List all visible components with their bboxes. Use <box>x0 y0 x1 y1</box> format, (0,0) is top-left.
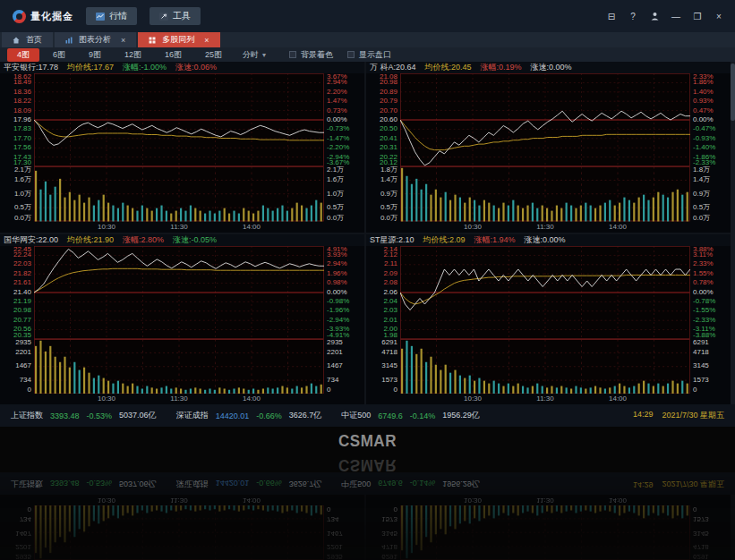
axis-label: 2.11 <box>384 260 397 267</box>
close-tab-icon[interactable]: × <box>201 36 209 45</box>
layout-button-16tu[interactable]: 16图 <box>155 48 192 62</box>
csmar-watermark-reflection: CSMAR <box>0 455 735 474</box>
axis-label: 0 <box>28 386 31 394</box>
app-window: 量化掘金 行情工具 ⊟?—❐× 首页图表分析×多股同列× 4图6图9图12图16… <box>0 472 735 560</box>
right-axis: 2.33%1.86%1.40%0.93%0.47%0.00%-0.47%-0.9… <box>690 73 731 233</box>
volume-axis-labels: 2.1万1.6万1.0万0.5万0.0万 <box>324 166 364 222</box>
left-axis: 18.6218.4918.3618.2218.0917.9617.8317.70… <box>0 73 34 233</box>
speed-label: 涨速:0.06% <box>175 62 217 73</box>
volume-pane-guohua-wangan[interactable] <box>34 339 324 395</box>
right-axis: 4.91%3.93%2.94%1.96%0.98%0.00%-0.98%-1.9… <box>324 495 364 560</box>
panel-icon[interactable]: ⊟ <box>601 7 622 25</box>
index-item: 深证成指14420.01-0.66%3626.7亿 <box>176 410 322 421</box>
menu-quotes[interactable]: 行情 <box>86 7 137 25</box>
maximize-button[interactable]: ❐ <box>687 7 708 25</box>
axis-label: 0.5万 <box>14 204 31 211</box>
tab-chart-analysis[interactable]: 图表分析× <box>55 32 136 47</box>
avg-price-label: 均价线:2.09 <box>423 234 466 246</box>
time-axis: 10:3011:3014:00 <box>34 495 324 505</box>
volume-pane-st-xingyuan[interactable] <box>400 339 690 395</box>
chart-grid: 平安银行:17.78均价线:17.67涨幅:-1.00%涨速:0.06%18.6… <box>0 62 731 404</box>
layout-button-25tu[interactable]: 25图 <box>195 48 232 62</box>
vertical-scrollbar[interactable] <box>731 62 735 404</box>
axis-label: 17.70 <box>13 135 31 142</box>
axis-label: 0.5万 <box>327 204 344 211</box>
time-tick: 10:30 <box>464 223 482 231</box>
volume-pane-vanke-a[interactable] <box>400 166 690 222</box>
scrollbar-thumb[interactable] <box>731 64 735 121</box>
index-name: 上证指数 <box>11 478 43 489</box>
toolbar-checkboxes: 背景着色显示盘口 <box>275 49 391 61</box>
checkbox-box[interactable] <box>289 51 296 58</box>
axis-label: 2201 <box>15 349 31 356</box>
axis-label: 17.96 <box>13 116 31 123</box>
axis-label: 18.09 <box>13 107 31 115</box>
left-axis: 2.142.122.112.092.082.062.042.032.012.00… <box>366 246 400 405</box>
index-change: -0.53% <box>87 479 113 488</box>
axis-label: 0.47% <box>693 107 714 115</box>
axis-label: 0.00% <box>693 289 714 296</box>
index-name: 深证成指 <box>176 410 209 421</box>
chart-header: 万 科A:20.64均价线:20.45涨幅:0.19%涨速:0.00% <box>366 62 731 73</box>
axis-label: 2935 <box>327 554 343 560</box>
minimize-button[interactable]: — <box>665 7 687 25</box>
volume-axis-labels: 62914718314515730 <box>366 505 400 560</box>
period-select[interactable]: 分时 <box>243 49 259 61</box>
price-pane-pingan-bank[interactable] <box>34 73 324 166</box>
axis-label: 0.9万 <box>693 191 710 198</box>
tab-label: 首页 <box>26 34 42 46</box>
volume-axis-labels: 2935220114677340 <box>0 339 34 395</box>
help-icon[interactable]: ? <box>622 7 644 25</box>
status-date: 2021/7/30 星期五 <box>662 478 724 489</box>
axis-label: 2.20% <box>327 89 347 96</box>
tab-multi-stock-grid[interactable]: 多股同列× <box>138 32 219 47</box>
speed-label: 涨速:-0.05% <box>173 234 217 246</box>
tab-home[interactable]: 首页 <box>2 32 53 47</box>
speed-label: 涨速:0.00% <box>525 234 566 246</box>
app-reflection: 量化掘金 行情工具 ⊟?—❐× 首页图表分析×多股同列× 4图6图9图12图16… <box>0 472 735 560</box>
axis-label: 0.93% <box>693 98 714 105</box>
axis-label: 6291 <box>693 554 709 560</box>
chevron-down-icon[interactable]: ▾ <box>262 51 266 59</box>
volume-axis-labels: 2935220114677340 <box>0 505 34 560</box>
axis-label: 2935 <box>327 339 343 346</box>
axis-label: 6291 <box>381 339 397 346</box>
index-amount: 3626.7亿 <box>289 478 322 489</box>
axis-label: 0 <box>327 505 330 513</box>
time-tick: 14:00 <box>609 395 627 403</box>
axis-label: 2.09 <box>383 270 397 277</box>
price-pane-vanke-a[interactable] <box>400 73 690 166</box>
layout-button-6tu[interactable]: 6图 <box>43 48 75 62</box>
speed-label: 涨速:0.00% <box>531 62 572 73</box>
axis-label: 20.60 <box>380 116 397 123</box>
axis-label: 0.98% <box>327 279 347 286</box>
layout-button-9tu[interactable]: 9图 <box>79 48 111 62</box>
right-axis: 3.88%3.11%2.33%1.55%0.78%0.00%-0.78%-1.5… <box>690 246 731 405</box>
checkbox-box[interactable] <box>347 51 355 58</box>
layout-button-12tu[interactable]: 12图 <box>115 48 151 62</box>
index-name: 中证500 <box>341 410 371 421</box>
close-tab-icon[interactable]: × <box>117 36 125 45</box>
menu-tools[interactable]: 工具 <box>150 7 201 25</box>
price-pane-st-xingyuan[interactable] <box>400 246 690 339</box>
price-pane-guohua-wangan[interactable] <box>34 246 324 339</box>
time-tick: 10:30 <box>464 496 482 505</box>
axis-label: 1467 <box>15 362 31 369</box>
close-button[interactable]: × <box>708 7 730 25</box>
checkbox-show-orderbook[interactable]: 显示盘口 <box>347 49 391 61</box>
time-tick: 11:30 <box>170 395 187 403</box>
layout-button-4tu[interactable]: 4图 <box>7 48 39 62</box>
axis-label: 1573 <box>693 515 709 522</box>
axis-label: 1.96% <box>327 270 347 277</box>
change-label: 涨幅:1.94% <box>474 234 516 246</box>
checkbox-background-shading[interactable]: 背景着色 <box>289 49 333 61</box>
axis-label: 4718 <box>693 349 709 356</box>
user-icon[interactable] <box>644 7 665 25</box>
checkbox-label: 背景着色 <box>301 49 333 61</box>
axis-label: 2.1万 <box>327 166 344 174</box>
volume-pane-pingan-bank[interactable] <box>34 166 324 222</box>
axis-label: -1.55% <box>693 307 715 314</box>
axis-label: 2935 <box>15 339 31 346</box>
axis-label: 0 <box>693 386 697 394</box>
tab-label: 多股同列 <box>162 34 194 46</box>
